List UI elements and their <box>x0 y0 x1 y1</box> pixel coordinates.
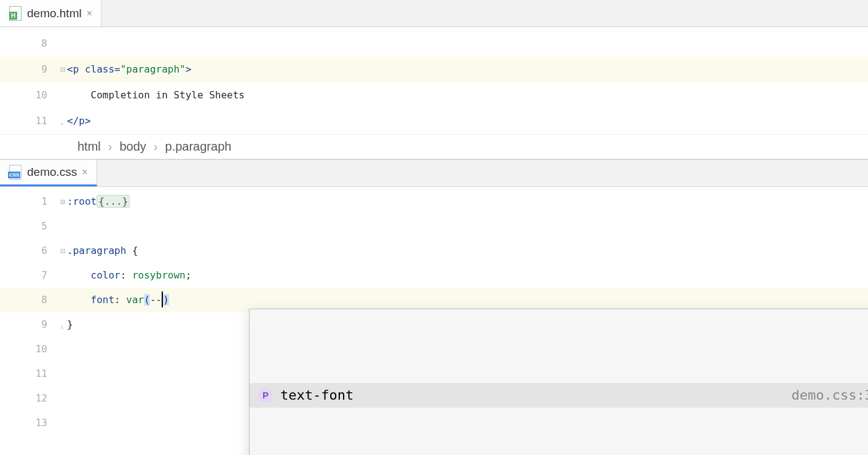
line-number: 11 <box>0 362 58 386</box>
completion-item[interactable]: P text-font demo.css:3 <box>250 383 868 408</box>
line-number: 11 <box>0 108 58 134</box>
breadcrumb-item[interactable]: body <box>119 140 146 154</box>
breadcrumb-item[interactable]: html <box>77 140 101 154</box>
editor-pane-css: demo.css × 1 ⊞ :root{...} 5 6 ⊟ .paragra… <box>0 160 868 435</box>
line-number: 10 <box>0 337 58 362</box>
property-badge-icon: P <box>258 388 273 403</box>
line-number: 7 <box>0 263 58 288</box>
css-file-icon <box>9 165 22 179</box>
tab-label: demo.html <box>27 7 82 20</box>
tab-demo-html[interactable]: demo.html × <box>0 0 101 26</box>
fold-end-icon: ⌞ <box>58 108 67 134</box>
completion-popup: P text-font demo.css:3 P background-colo… <box>249 309 868 455</box>
line-number: 6 <box>0 239 58 263</box>
breadcrumb-item[interactable]: p.paragraph <box>165 140 232 154</box>
line-number: 9 <box>0 57 58 82</box>
editor-pane-html: demo.html × 8 9 ⊟ <p class="paragraph"> … <box>0 0 868 159</box>
fold-gutter <box>58 31 67 57</box>
fold-marker-icon[interactable]: ⊟ <box>58 239 67 263</box>
completion-label: text-font <box>280 383 353 408</box>
tab-bar-bottom: demo.css × <box>0 160 868 187</box>
fold-marker-icon[interactable]: ⊟ <box>58 57 67 82</box>
line-number: 5 <box>0 214 58 239</box>
line-number: 10 <box>0 82 58 108</box>
html-file-icon <box>9 7 22 20</box>
line-number: 12 <box>0 386 58 411</box>
close-icon[interactable]: × <box>82 167 87 178</box>
line-number: 8 <box>0 31 58 57</box>
tab-demo-css[interactable]: demo.css × <box>0 160 97 186</box>
chevron-right-icon: › <box>154 140 158 154</box>
tab-bar-top: demo.html × <box>0 0 868 27</box>
line-number: 1 <box>0 189 58 214</box>
line-number: 8 <box>0 288 58 312</box>
completion-location: demo.css:3 <box>792 383 868 408</box>
line-number: 9 <box>0 312 58 337</box>
close-icon[interactable]: × <box>87 8 92 19</box>
fold-end-icon: ⌞ <box>58 312 67 337</box>
tab-label: demo.css <box>27 165 77 179</box>
code-editor-css[interactable]: 1 ⊞ :root{...} 5 6 ⊟ .paragraph { 7 colo… <box>0 187 868 435</box>
fold-expand-icon[interactable]: ⊞ <box>58 189 67 214</box>
code-editor-html[interactable]: 8 9 ⊟ <p class="paragraph"> 10 Completio… <box>0 27 868 134</box>
text-cursor <box>162 291 163 307</box>
breadcrumb: html › body › p.paragraph <box>0 134 868 159</box>
chevron-right-icon: › <box>108 140 112 154</box>
line-number: 13 <box>0 411 58 435</box>
